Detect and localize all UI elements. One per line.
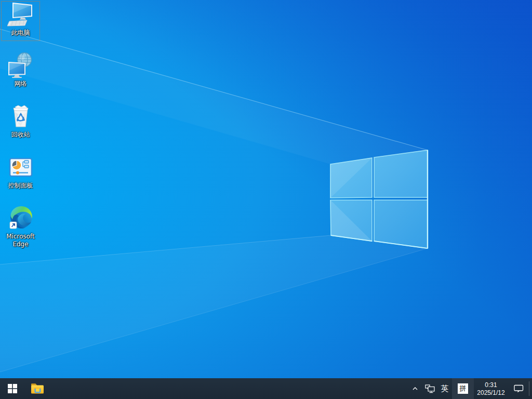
file-explorer-icon [31,383,44,394]
tray-network-button[interactable] [422,378,437,399]
microsoft-edge-icon [7,205,34,232]
tray-show-hidden-icons-button[interactable] [408,378,422,399]
shortcut-arrow-overlay [10,222,17,229]
this-pc-icon [7,2,34,28]
icon-label-network: 网络 [15,80,27,88]
desktop-icon-recycle-bin[interactable]: 回收站 [1,103,40,152]
control-panel-icon [7,154,34,181]
notification-bubble-icon [514,384,524,393]
icon-label-this-pc: 此电脑 [11,29,30,37]
language-indicator-text: 英 [441,384,449,394]
show-desktop-button[interactable] [529,378,532,399]
windows-start-icon [8,384,17,393]
desktop-wallpaper[interactable]: 此电脑 网络 [0,0,532,378]
network-icon [7,52,34,79]
ime-pinyin-badge: 拼 [458,383,468,394]
tray-clock-button[interactable]: 0:31 2025/1/12 [474,378,508,399]
chevron-up-icon [412,385,418,392]
system-tray: 英 拼 0:31 2025/1/12 [408,378,532,399]
windows-logo [330,150,428,248]
icon-label-recycle-bin: 回收站 [11,131,30,139]
wallpaper-light-rays-and-logo [0,0,532,378]
desktop-icon-network[interactable]: 网络 [1,52,40,101]
desktop-icon-control-panel[interactable]: 控制面板 [1,154,40,203]
clock-time: 0:31 [485,381,497,389]
tray-language-indicator[interactable]: 英 [437,378,452,399]
tray-ime-mode-button[interactable]: 拼 [452,378,474,399]
taskbar: 英 拼 0:31 2025/1/12 [0,378,532,399]
desktop-icon-this-pc[interactable]: 此电脑 [1,1,40,41]
file-explorer-button[interactable] [25,378,50,399]
clock-date: 2025/1/12 [477,389,504,397]
ethernet-network-icon [425,384,435,393]
icon-label-control-panel: 控制面板 [8,182,33,190]
action-center-button[interactable] [508,378,529,399]
start-button[interactable] [0,378,25,399]
desktop-icon-microsoft-edge[interactable]: Microsoft Edge [1,205,40,254]
icon-label-microsoft-edge: Microsoft Edge [2,233,40,248]
recycle-bin-icon [7,103,34,130]
